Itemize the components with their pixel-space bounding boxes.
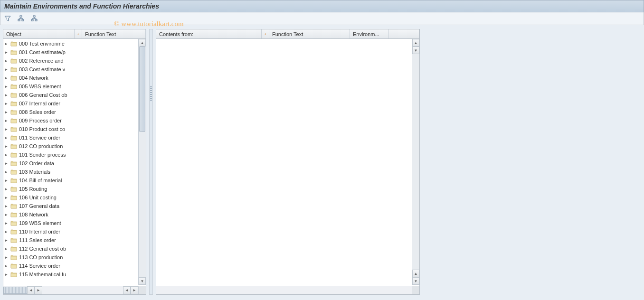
right-grid-body <box>156 39 419 294</box>
expand-arrow-icon[interactable]: ▸ <box>5 118 10 123</box>
header-object[interactable]: Object <box>3 29 75 38</box>
svg-rect-2 <box>22 19 24 21</box>
tree-row[interactable]: ▸106 Unit costing <box>3 193 77 202</box>
tree-label: 012 CO production <box>19 143 63 149</box>
tree-label: 001 Cost estimate/p <box>19 49 66 55</box>
pin-icon[interactable] <box>75 29 82 38</box>
scroll-up-icon[interactable]: ▲ <box>139 39 146 47</box>
tree-row[interactable]: ▸007 Internal order <box>3 99 77 108</box>
hscroll-left2-icon[interactable]: ◄ <box>123 286 131 294</box>
tree-row[interactable]: ▸115 Mathematical fu <box>3 270 77 279</box>
expand-arrow-icon[interactable]: ▸ <box>5 110 10 114</box>
tree-row[interactable]: ▸107 General data <box>3 202 77 210</box>
hscroll-thumb-1[interactable] <box>3 287 27 294</box>
header-blank <box>389 29 419 38</box>
scroll-up-bot-icon-r[interactable]: ▲ <box>412 270 419 277</box>
folder-icon <box>10 118 17 123</box>
expand-arrow-icon[interactable]: ▸ <box>5 161 10 166</box>
expand-arrow-icon[interactable]: ▸ <box>5 204 10 208</box>
tree-row[interactable]: ▸102 Order data <box>3 159 77 168</box>
tree-row[interactable]: ▸114 Service order <box>3 262 77 270</box>
left-grid-body: ▸000 Test environme▸001 Cost estimate/p▸… <box>3 39 146 294</box>
hierarchy-expand-icon[interactable] <box>17 14 25 23</box>
expand-arrow-icon[interactable]: ▸ <box>5 67 10 72</box>
tree-row[interactable]: ▸101 Sender process <box>3 150 77 159</box>
expand-arrow-icon[interactable]: ▸ <box>5 58 10 63</box>
tree-label: 009 Process order <box>19 118 62 123</box>
folder-icon <box>10 41 17 47</box>
scroll-down-icon-r[interactable]: ▼ <box>412 277 419 285</box>
hscroll-right2-icon[interactable]: ► <box>131 286 138 294</box>
pin-icon-right[interactable] <box>262 29 269 38</box>
filter-icon[interactable] <box>3 14 12 23</box>
expand-arrow-icon[interactable]: ▸ <box>5 187 10 191</box>
expand-arrow-icon[interactable]: ▸ <box>5 152 10 157</box>
expand-arrow-icon[interactable]: ▸ <box>5 255 10 260</box>
expand-arrow-icon[interactable]: ▸ <box>5 263 10 268</box>
hscroll-right-icon[interactable]: ► <box>35 286 42 294</box>
tree-label: 103 Materials <box>19 169 50 175</box>
expand-arrow-icon[interactable]: ▸ <box>5 75 10 80</box>
hierarchy-collapse-icon[interactable] <box>30 14 38 23</box>
tree-row[interactable]: ▸111 Sales order <box>3 236 77 244</box>
tree-row[interactable]: ▸109 WBS element <box>3 219 77 227</box>
tree-row[interactable]: ▸010 Product cost co <box>3 125 77 133</box>
tree-row[interactable]: ▸001 Cost estimate/p <box>3 48 77 56</box>
tree-row[interactable]: ▸108 Network <box>3 210 77 219</box>
expand-arrow-icon[interactable]: ▸ <box>5 195 10 200</box>
right-vscroll[interactable]: ▲ ▼ ▲ ▼ <box>412 39 419 285</box>
expand-arrow-icon[interactable]: ▸ <box>5 246 10 251</box>
expand-arrow-icon[interactable]: ▸ <box>5 229 10 234</box>
splitter-grip-icon[interactable] <box>150 86 152 101</box>
tree-row[interactable]: ▸113 CO production <box>3 253 77 262</box>
expand-arrow-icon[interactable]: ▸ <box>5 144 10 149</box>
expand-arrow-icon[interactable]: ▸ <box>5 50 10 55</box>
expand-arrow-icon[interactable]: ▸ <box>5 238 10 243</box>
expand-arrow-icon[interactable]: ▸ <box>5 135 10 140</box>
tree-row[interactable]: ▸002 Reference and <box>3 56 77 65</box>
tree-row[interactable]: ▸104 Bill of material <box>3 176 77 185</box>
left-vscroll[interactable]: ▲ ▼ <box>138 39 146 285</box>
tree-row[interactable]: ▸012 CO production <box>3 142 77 150</box>
expand-arrow-icon[interactable]: ▸ <box>5 101 10 106</box>
expand-arrow-icon[interactable]: ▸ <box>5 212 10 217</box>
scroll-down-top-icon-r[interactable]: ▼ <box>412 47 419 54</box>
tree-row[interactable]: ▸000 Test environme <box>3 39 77 48</box>
tree-label: 111 Sales order <box>19 237 56 243</box>
tree-row[interactable]: ▸110 Internal order <box>3 227 77 236</box>
expand-arrow-icon[interactable]: ▸ <box>5 93 10 97</box>
right-hscroll[interactable] <box>156 286 412 294</box>
folder-icon <box>10 160 17 166</box>
tree-row[interactable]: ▸112 General cost ob <box>3 244 77 253</box>
tree-label: 115 Mathematical fu <box>19 272 66 277</box>
tree-row[interactable]: ▸006 General Cost ob <box>3 91 77 99</box>
expand-arrow-icon[interactable]: ▸ <box>5 169 10 174</box>
scroll-down-icon[interactable]: ▼ <box>139 277 146 285</box>
expand-arrow-icon[interactable]: ▸ <box>5 41 10 46</box>
hscroll-left-icon[interactable]: ◄ <box>27 286 35 294</box>
header-environ[interactable]: Environm... <box>350 29 389 38</box>
folder-icon <box>10 66 17 72</box>
scroll-thumb[interactable] <box>139 47 145 132</box>
expand-arrow-icon[interactable]: ▸ <box>5 127 10 131</box>
header-function-text[interactable]: Function Text <box>82 29 146 38</box>
tree-row[interactable]: ▸009 Process order <box>3 116 77 125</box>
folder-icon <box>10 143 17 149</box>
tree-row[interactable]: ▸105 Routing <box>3 185 77 193</box>
left-hscroll[interactable]: ◄ ► ◄ ► <box>3 286 138 294</box>
scroll-up-icon-r[interactable]: ▲ <box>412 39 419 47</box>
expand-arrow-icon[interactable]: ▸ <box>5 272 10 277</box>
tree-row[interactable]: ▸005 WBS element <box>3 82 77 91</box>
splitter[interactable] <box>149 29 153 295</box>
tree-row[interactable]: ▸004 Network <box>3 74 77 82</box>
tree-row[interactable]: ▸008 Sales order <box>3 108 77 116</box>
header-contents[interactable]: Contents from: <box>156 29 262 38</box>
expand-arrow-icon[interactable]: ▸ <box>5 178 10 183</box>
header-function-text-right[interactable]: Function Text <box>269 29 350 38</box>
expand-arrow-icon[interactable]: ▸ <box>5 221 10 225</box>
expand-arrow-icon[interactable]: ▸ <box>5 84 10 89</box>
tree-row[interactable]: ▸011 Service order <box>3 133 77 142</box>
scroll-corner-r <box>412 286 419 294</box>
tree-row[interactable]: ▸103 Materials <box>3 168 77 176</box>
tree-row[interactable]: ▸003 Cost estimate v <box>3 65 77 74</box>
